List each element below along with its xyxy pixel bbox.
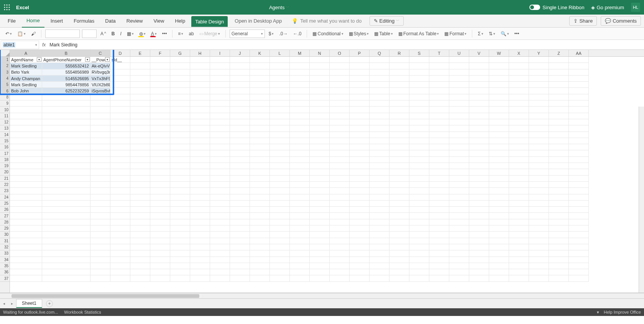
cell[interactable] [150,132,170,138]
cell[interactable] [350,219,370,225]
row-header[interactable]: 34 [0,257,10,263]
cell[interactable] [170,69,190,76]
cell[interactable] [230,119,250,125]
tell-me-search[interactable]: 💡 Tell me what you want to do [289,18,365,24]
cell[interactable] [170,219,190,225]
cell[interactable] [489,263,509,269]
comments-button[interactable]: 💬 Comments [601,16,641,26]
row-header[interactable]: 23 [0,188,10,194]
cell[interactable]: iSqvosBvb [90,88,110,94]
cell[interactable] [230,244,250,250]
cell[interactable] [370,244,389,250]
row-header[interactable]: 24 [0,194,10,201]
cell[interactable] [389,132,409,138]
cell[interactable] [549,63,569,69]
cell[interactable] [310,94,330,100]
cell[interactable] [330,82,350,88]
cell[interactable] [250,213,270,219]
cell[interactable] [42,125,90,132]
column-header[interactable]: W [489,50,509,56]
row-header[interactable]: 36 [0,269,10,275]
number-format-select[interactable]: General▾ [230,30,265,38]
cell[interactable] [130,207,150,213]
cell[interactable] [270,132,290,138]
cell[interactable] [389,125,409,132]
cell[interactable] [250,182,270,188]
cell[interactable] [370,138,389,144]
cell[interactable] [370,94,389,100]
column-header[interactable]: I [210,50,230,56]
cell[interactable] [42,188,90,194]
cell[interactable] [389,157,409,163]
cell[interactable] [150,219,170,225]
cell[interactable] [90,176,110,182]
cell[interactable] [330,250,350,257]
cell[interactable]: sId__ [110,57,130,63]
workbook-stats[interactable]: Workbook Statistics [64,310,101,314]
cell[interactable] [469,182,489,188]
cell[interactable] [150,194,170,201]
cell[interactable] [569,76,589,82]
cell[interactable] [210,201,230,207]
cell[interactable] [110,225,130,232]
cell[interactable] [270,144,290,150]
cell[interactable] [529,250,549,257]
cell[interactable] [529,219,549,225]
cell[interactable] [429,119,449,125]
cell[interactable] [210,113,230,119]
cell[interactable] [190,125,210,132]
cell[interactable] [429,225,449,232]
more-font-button[interactable]: ••• [161,30,169,37]
cell[interactable] [569,94,589,100]
cell[interactable] [90,163,110,169]
cell[interactable] [250,207,270,213]
cell[interactable] [310,207,330,213]
cell[interactable] [110,107,130,113]
cell[interactable] [529,132,549,138]
cell[interactable] [150,225,170,232]
cell[interactable] [290,88,310,94]
cell[interactable] [409,119,429,125]
cell[interactable] [549,76,569,82]
cell[interactable] [42,269,90,275]
cell[interactable] [529,207,549,213]
cell[interactable] [489,182,509,188]
cell[interactable] [290,244,310,250]
cell[interactable] [190,169,210,175]
cell[interactable] [469,107,489,113]
cell[interactable] [190,107,210,113]
cell[interactable] [569,194,589,201]
cell[interactable] [210,138,230,144]
cell[interactable] [210,194,230,201]
cell[interactable] [449,125,469,132]
cell[interactable] [210,250,230,257]
cell[interactable] [449,250,469,257]
cell[interactable] [350,269,370,275]
cell[interactable] [150,94,170,100]
cell[interactable] [509,119,529,125]
cell[interactable] [489,232,509,238]
cell[interactable] [489,238,509,244]
column-header[interactable]: Z [549,50,569,56]
cell[interactable] [409,157,429,163]
cell[interactable] [250,150,270,156]
cell[interactable] [42,132,90,138]
cell[interactable] [569,132,589,138]
increase-decimal-button[interactable]: .0→ [278,30,289,37]
cell[interactable] [170,138,190,144]
cell[interactable] [170,88,190,94]
cell[interactable] [409,138,429,144]
cell[interactable] [389,201,409,207]
cell[interactable] [150,169,170,175]
cell[interactable] [549,225,569,232]
currency-button[interactable]: $▾ [267,30,276,37]
add-sheet-button[interactable]: ＋ [46,300,53,307]
cell[interactable] [469,113,489,119]
cell[interactable] [210,275,230,281]
font-name-select[interactable] [45,30,80,38]
cell[interactable] [270,119,290,125]
cell[interactable] [389,169,409,175]
cell[interactable] [509,150,529,156]
cell[interactable] [569,163,589,169]
cell[interactable] [90,257,110,263]
